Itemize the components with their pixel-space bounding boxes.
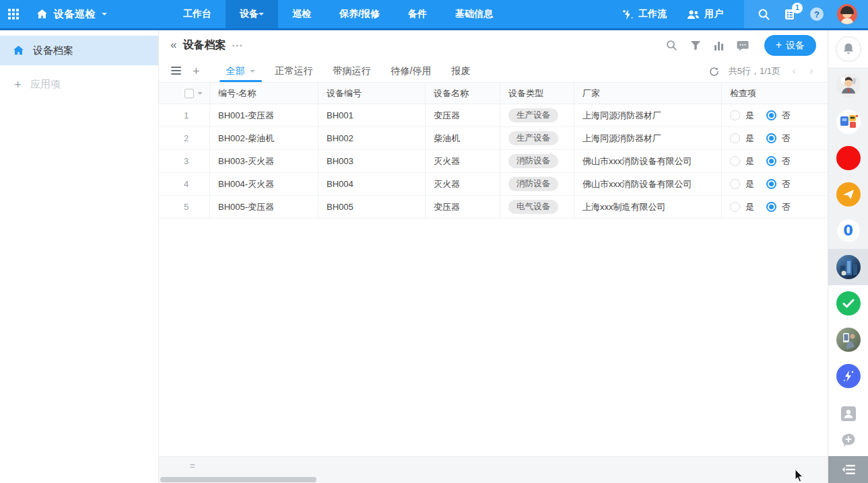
radio-yes[interactable] — [730, 179, 740, 189]
table-row[interactable]: 5 BH005-变压器 BH005 变压器 电气设备 上海xxx制造有限公司 是… — [159, 196, 828, 219]
robots-avatar-icon — [836, 110, 861, 134]
check-item-cell: 是 否 — [722, 196, 828, 218]
app-launcher-icon[interactable] — [8, 9, 19, 20]
radio-no[interactable] — [766, 179, 776, 189]
topbar-tool-users[interactable]: 用户 — [677, 0, 733, 28]
view-switch-icons: + — [171, 61, 200, 82]
add-device-button[interactable]: + 设备 — [764, 35, 816, 56]
workflow-label: 工作流 — [638, 8, 667, 20]
app-title: 设备巡检 — [54, 8, 96, 21]
nav-item-maintenance[interactable]: 保养/报修 — [325, 0, 394, 28]
sidebar-item-device-archive[interactable]: 设备档案 — [0, 36, 158, 65]
column-header-code[interactable]: 设备编号 — [319, 83, 426, 104]
device-type-cell: 生产设备 — [500, 127, 574, 149]
dock-contact-check[interactable] — [828, 285, 868, 322]
collapse-panel-icon[interactable]: « — [170, 38, 176, 52]
code-name-cell: BH001-变压器 — [210, 104, 319, 126]
dock-contact-red[interactable] — [828, 140, 868, 176]
device-type-cell: 电气设备 — [500, 196, 574, 218]
photo-avatar-icon — [836, 328, 861, 352]
dock-contact-person[interactable] — [828, 67, 868, 104]
tab-2[interactable]: 带病运行 — [323, 61, 381, 82]
vendor-cell: 上海同源消防器材厂 — [574, 104, 722, 126]
home-icon — [36, 9, 48, 20]
prev-page-icon[interactable]: ‹ — [790, 65, 798, 77]
chart-icon[interactable] — [714, 40, 724, 50]
contact-card-icon[interactable] — [840, 405, 857, 425]
device-code-cell: BH003 — [319, 150, 426, 172]
radio-yes[interactable] — [730, 202, 740, 212]
radio-yes[interactable] — [730, 133, 740, 143]
comment-icon[interactable] — [737, 40, 749, 51]
topbar-icon-zone: 1 ? — [744, 0, 868, 28]
column-header-check[interactable]: 检查项 — [722, 83, 828, 104]
next-page-icon[interactable]: › — [807, 65, 815, 77]
new-chat-icon[interactable] — [840, 432, 857, 451]
table-row[interactable]: 2 BH002-柴油机 BH002 柴油机 生产设备 上海同源消防器材厂 是 否 — [159, 127, 828, 150]
tab-0[interactable]: 全部 — [216, 61, 265, 82]
vendor-cell: 上海同源消防器材厂 — [574, 127, 722, 149]
chevron-down-icon[interactable] — [197, 92, 203, 98]
column-header-name[interactable]: 设备名称 — [426, 83, 500, 104]
column-header-vendor[interactable]: 厂家 — [574, 83, 722, 104]
add-view-icon[interactable]: + — [193, 65, 200, 77]
radio-yes[interactable] — [730, 156, 740, 166]
tab-1[interactable]: 正常运行 — [265, 61, 323, 82]
search-icon[interactable] — [758, 8, 770, 21]
dock-contact-robots[interactable] — [828, 104, 868, 140]
dock-contact-photo[interactable] — [828, 322, 868, 358]
check-item-cell: 是 否 — [722, 127, 828, 149]
table-row[interactable]: 4 BH004-灭火器 BH004 灭火器 消防设备 佛山市xxx消防设备有限公… — [159, 173, 828, 196]
check-item-cell: 是 否 — [722, 173, 828, 195]
tab-4[interactable]: 报废 — [441, 61, 480, 82]
radio-yes[interactable] — [730, 110, 740, 120]
nav-item-base-info[interactable]: 基础信息 — [441, 0, 507, 28]
red-circle-icon — [836, 146, 861, 170]
nav-item-workbench[interactable]: 工作台 — [169, 0, 226, 28]
dock-contact-city[interactable] — [828, 249, 868, 285]
list-view-icon[interactable] — [171, 65, 181, 77]
users-label: 用户 — [704, 8, 723, 20]
device-type-tag: 生产设备 — [508, 108, 558, 122]
radio-no[interactable] — [766, 110, 776, 120]
drag-handle-icon[interactable]: = — [190, 461, 195, 471]
filter-icon[interactable] — [690, 40, 701, 50]
table-row[interactable]: 3 BH003-灭火器 BH003 灭火器 消防设备 佛山市xxx消防设备有限公… — [159, 150, 828, 173]
dock-contact-flash[interactable] — [828, 358, 868, 394]
column-header-code-name[interactable]: 编号-名称 — [210, 83, 319, 104]
horizontal-scrollbar[interactable] — [160, 477, 316, 482]
dock-collapse-button[interactable] — [828, 456, 868, 483]
help-icon[interactable]: ? — [810, 7, 824, 21]
sidebar-add-app-item[interactable]: + 应用项 — [0, 69, 158, 99]
device-type-tag: 电气设备 — [508, 200, 558, 214]
check-item-cell: 是 否 — [722, 150, 828, 172]
device-code-cell: BH004 — [319, 173, 426, 195]
notifications-icon[interactable]: 1 — [784, 8, 797, 21]
table-row[interactable]: 1 BH001-变压器 BH001 变压器 生产设备 上海同源消防器材厂 是 否 — [159, 104, 828, 127]
table-search-icon[interactable] — [666, 40, 677, 51]
topbar-left: 设备巡检 — [0, 0, 107, 28]
bell-icon[interactable] — [836, 36, 861, 62]
refresh-icon[interactable] — [709, 67, 719, 77]
radio-no[interactable] — [766, 202, 776, 212]
nav-item-inspection[interactable]: 巡检 — [278, 0, 325, 28]
app-brand[interactable]: 设备巡检 — [36, 8, 107, 21]
nav-item-spare-parts[interactable]: 备件 — [394, 0, 441, 28]
radio-no[interactable] — [766, 133, 776, 143]
dock-extra — [828, 405, 868, 451]
select-all-checkbox[interactable] — [185, 89, 194, 98]
radio-no[interactable] — [766, 156, 776, 166]
column-header-type[interactable]: 设备类型 — [500, 83, 574, 104]
lightning-icon — [842, 369, 855, 383]
chevron-down-icon — [102, 13, 107, 18]
app-dock: 0 — [828, 30, 868, 483]
tab-3[interactable]: 待修/停用 — [381, 61, 442, 82]
dock-contact-zero[interactable]: 0 — [828, 213, 868, 249]
device-code-cell: BH002 — [319, 127, 426, 149]
more-options-icon[interactable]: ··· — [232, 40, 243, 51]
nav-item-device[interactable]: 设备 — [226, 0, 278, 28]
person-avatar-icon — [836, 73, 861, 98]
user-avatar[interactable] — [837, 4, 857, 24]
topbar-tool-workflow[interactable]: 工作流 — [612, 0, 677, 28]
dock-contact-plane[interactable] — [828, 176, 868, 213]
